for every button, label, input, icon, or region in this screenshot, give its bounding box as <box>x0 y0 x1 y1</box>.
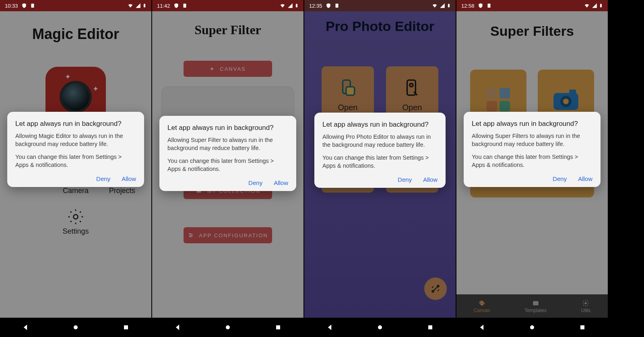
status-bar: 12:58 <box>456 0 608 11</box>
screen-super-filter: 11:42 Super Filter ✦ CANVAS Don't allow … <box>152 0 304 337</box>
battery-icon <box>599 2 603 9</box>
android-nav-bar <box>304 318 456 337</box>
status-bar: 10:33 <box>0 0 151 11</box>
status-time: 12:58 <box>461 3 475 9</box>
background-permission-dialog: Let app always run in background? Allowi… <box>314 113 446 188</box>
allow-button[interactable]: Allow <box>578 175 592 182</box>
screen-magic-editor: 10:33 Magic Editor ✦ ✦ ✦ Open Gallery Op… <box>0 0 152 337</box>
wifi-icon <box>584 3 590 8</box>
android-nav-bar <box>456 318 608 337</box>
deny-button[interactable]: Deny <box>553 175 567 182</box>
back-button[interactable] <box>326 323 334 331</box>
svg-rect-10 <box>124 325 128 329</box>
dialog-body-2: You can change this later from Settings … <box>322 154 438 170</box>
card-icon <box>334 3 339 8</box>
svg-rect-2 <box>144 4 145 4</box>
home-button[interactable] <box>528 323 536 331</box>
status-time: 12:35 <box>309 3 322 9</box>
signal-icon <box>592 3 597 8</box>
wifi-icon <box>279 3 286 8</box>
allow-button[interactable]: Allow <box>274 179 288 186</box>
allow-button[interactable]: Allow <box>122 175 136 182</box>
dialog-title: Let app always run in background? <box>167 124 288 132</box>
wifi-icon <box>127 3 134 8</box>
screen-super-filters: 12:58 Super Filters <box>456 0 609 337</box>
dialog-body-1: Allowing Pro Photo Editor to always run … <box>322 133 438 149</box>
android-nav-bar <box>152 318 303 337</box>
signal-icon <box>135 3 141 8</box>
svg-rect-31 <box>487 4 490 8</box>
recents-button[interactable] <box>426 323 434 331</box>
status-time: 11:42 <box>157 3 170 9</box>
dialog-title: Let app always run in background? <box>472 120 592 128</box>
signal-icon <box>287 3 293 8</box>
dialog-body-1: Allowing Super Filters to always run in … <box>472 132 592 148</box>
recents-button[interactable] <box>274 323 282 331</box>
background-permission-dialog: Let app always run in background? Allowi… <box>159 116 296 191</box>
home-button[interactable] <box>224 323 232 331</box>
back-button[interactable] <box>21 323 29 331</box>
shield-icon <box>478 3 483 8</box>
android-nav-bar <box>0 318 151 337</box>
svg-rect-32 <box>600 4 602 7</box>
svg-point-18 <box>226 325 230 329</box>
svg-point-9 <box>74 325 78 329</box>
card-icon <box>487 3 491 8</box>
svg-rect-33 <box>601 4 601 4</box>
status-time: 10:33 <box>5 3 18 9</box>
shield-icon <box>326 3 331 8</box>
screen-pro-photo-editor: 12:35 Pro Photo Editor Open Open Open Ed… <box>304 0 456 337</box>
deny-button[interactable]: Deny <box>96 175 110 182</box>
background-permission-dialog: Let app always run in background? Allowi… <box>464 112 601 187</box>
shield-icon <box>21 3 27 8</box>
card-icon <box>30 3 35 8</box>
dialog-body-2: You can change this later from Settings … <box>15 153 136 169</box>
recents-button[interactable] <box>578 323 586 331</box>
back-button[interactable] <box>173 323 182 331</box>
battery-icon <box>295 2 299 9</box>
signal-icon <box>440 3 445 8</box>
dialog-title: Let app always run in background? <box>15 120 136 128</box>
home-button[interactable] <box>376 323 384 331</box>
svg-rect-1 <box>144 4 145 7</box>
svg-rect-12 <box>296 4 297 7</box>
svg-rect-30 <box>428 325 432 329</box>
status-bar: 11:42 <box>152 0 303 11</box>
home-button[interactable] <box>72 323 80 331</box>
recents-button[interactable] <box>122 323 130 331</box>
wifi-icon <box>431 3 438 8</box>
dialog-body-1: Allowing Super Filter to always run in t… <box>167 136 288 152</box>
svg-rect-20 <box>335 4 338 8</box>
svg-rect-49 <box>580 325 584 329</box>
dialog-body-1: Allowing Magic Editor to always run in t… <box>15 132 136 148</box>
svg-point-48 <box>530 325 534 329</box>
battery-icon <box>447 2 451 9</box>
svg-rect-13 <box>296 4 297 4</box>
deny-button[interactable]: Deny <box>398 176 412 183</box>
status-bar: 12:35 <box>304 0 456 11</box>
card-icon <box>182 3 187 8</box>
svg-rect-22 <box>448 4 449 4</box>
svg-rect-19 <box>276 325 280 329</box>
shield-icon <box>173 3 179 8</box>
svg-rect-11 <box>183 4 186 8</box>
svg-rect-21 <box>448 4 450 7</box>
dialog-title: Let app always run in background? <box>322 121 438 129</box>
deny-button[interactable]: Deny <box>248 179 262 186</box>
allow-button[interactable]: Allow <box>423 176 438 183</box>
svg-point-29 <box>378 325 382 329</box>
background-permission-dialog: Let app always run in background? Allowi… <box>7 112 144 187</box>
dialog-body-2: You can change this later from Settings … <box>472 153 592 169</box>
svg-rect-0 <box>31 4 34 8</box>
dialog-body-2: You can change this later from Settings … <box>167 157 288 173</box>
back-button[interactable] <box>478 323 486 331</box>
battery-icon <box>142 2 147 9</box>
